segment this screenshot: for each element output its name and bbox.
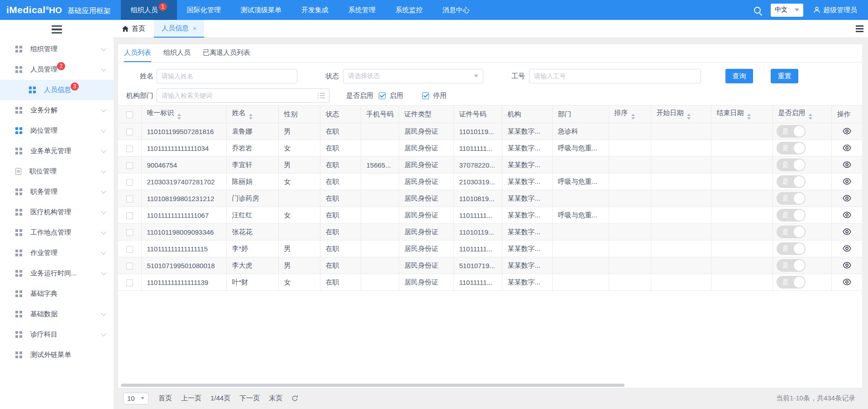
select-all-checkbox[interactable] bbox=[126, 111, 133, 118]
horizontal-scrollbar[interactable] bbox=[121, 384, 625, 387]
view-eye-icon[interactable] bbox=[843, 178, 851, 186]
enabled-toggle[interactable]: 是 bbox=[777, 175, 806, 188]
sidebar-item[interactable]: 作业管理 bbox=[0, 243, 114, 263]
list-picker-icon[interactable] bbox=[318, 93, 325, 99]
enabled-toggle[interactable]: 是 bbox=[777, 242, 806, 255]
top-menu-item[interactable]: 国际化管理 bbox=[177, 0, 231, 20]
enabled-toggle[interactable]: 是 bbox=[777, 159, 806, 171]
sort-icon[interactable] bbox=[747, 114, 751, 120]
search-button[interactable]: 查询 bbox=[725, 69, 753, 83]
status-select[interactable]: 请选择状态 bbox=[343, 69, 483, 83]
view-eye-icon[interactable] bbox=[843, 195, 851, 203]
user-menu[interactable]: 超级管理员 bbox=[813, 6, 857, 14]
cell-action bbox=[831, 207, 862, 224]
row-checkbox[interactable] bbox=[126, 129, 133, 135]
reset-button[interactable]: 重置 bbox=[771, 69, 798, 83]
table-row[interactable]: 110111111111111067 汪红红 女 在职 居民身份证 110111… bbox=[118, 207, 862, 224]
row-checkbox[interactable] bbox=[126, 263, 133, 269]
view-eye-icon[interactable] bbox=[843, 279, 851, 287]
sidebar-item[interactable]: 岗位管理 bbox=[0, 120, 114, 141]
sidebar-item[interactable]: 测试外链菜单 bbox=[0, 345, 114, 365]
search-icon[interactable] bbox=[754, 7, 761, 14]
row-checkbox[interactable] bbox=[126, 145, 133, 152]
row-checkbox[interactable] bbox=[126, 212, 133, 219]
sidebar-item[interactable]: 职位管理 bbox=[0, 161, 114, 182]
top-menu-item[interactable]: 测试顶级菜单 bbox=[231, 0, 291, 20]
tab-options-icon[interactable] bbox=[856, 25, 863, 32]
sidebar-item[interactable]: 职务管理 bbox=[0, 182, 114, 202]
row-checkbox[interactable] bbox=[126, 279, 133, 286]
table-row[interactable]: 90046754 李宜轩 男 在职 15665... 居民身份证 3707822… bbox=[118, 157, 862, 173]
view-eye-icon[interactable] bbox=[843, 144, 851, 153]
tab-home[interactable]: 首页 bbox=[114, 20, 154, 38]
refresh-icon[interactable] bbox=[291, 395, 298, 402]
first-page-button[interactable]: 首页 bbox=[158, 394, 172, 403]
sort-icon[interactable] bbox=[809, 114, 812, 120]
sidebar-item[interactable]: 人员信息 3 bbox=[0, 80, 114, 100]
enabled-toggle[interactable]: 是 bbox=[777, 192, 806, 205]
toggle-knob bbox=[794, 193, 805, 204]
close-icon[interactable]: × bbox=[193, 25, 196, 32]
enabled-toggle[interactable]: 是 bbox=[777, 125, 806, 138]
view-eye-icon[interactable] bbox=[843, 262, 851, 270]
empno-input[interactable] bbox=[529, 69, 701, 83]
enabled-off-checkbox[interactable] bbox=[422, 92, 429, 99]
view-eye-icon[interactable] bbox=[843, 161, 851, 169]
sort-icon[interactable] bbox=[249, 114, 253, 120]
row-checkbox[interactable] bbox=[126, 246, 133, 253]
table-row[interactable]: 510107199501080018 李大虎 男 在职 居民身份证 510107… bbox=[118, 257, 862, 274]
top-menu-item[interactable]: 系统管理 bbox=[339, 0, 386, 20]
table-row[interactable]: 110101199507281816 袁鲁娜 男 在职 居民身份证 110101… bbox=[118, 123, 862, 140]
sidebar-item[interactable]: 组织管理 bbox=[0, 39, 114, 59]
table-row[interactable]: 110111111111111139 叶*财 女 在职 居民身份证 110111… bbox=[118, 274, 862, 291]
enabled-toggle[interactable]: 是 bbox=[777, 142, 806, 154]
enabled-toggle[interactable]: 是 bbox=[777, 276, 806, 289]
sidebar-item[interactable]: 基础字典 bbox=[0, 284, 114, 304]
sort-icon[interactable] bbox=[631, 114, 635, 120]
sidebar-collapse-button[interactable] bbox=[0, 20, 114, 39]
enabled-on-checkbox[interactable] bbox=[379, 92, 386, 99]
panel-tab[interactable]: 人员列表 bbox=[124, 44, 151, 62]
language-select[interactable]: 中文 bbox=[771, 4, 803, 17]
page-size-select[interactable]: 10 bbox=[123, 393, 148, 404]
name-input[interactable] bbox=[157, 69, 297, 83]
table-row[interactable]: 110101198009093346 张花花 在职 居民身份证 11010119… bbox=[118, 224, 862, 241]
row-checkbox[interactable] bbox=[126, 196, 133, 202]
enabled-toggle[interactable]: 是 bbox=[777, 226, 806, 238]
last-page-button[interactable]: 末页 bbox=[269, 394, 282, 403]
row-checkbox[interactable] bbox=[126, 179, 133, 186]
sidebar-item[interactable]: 医疗机构管理 bbox=[0, 202, 114, 222]
table-row[interactable]: 110108199801231212 门诊药房 在职 居民身份证 1101081… bbox=[118, 190, 862, 207]
enabled-toggle[interactable]: 是 bbox=[777, 209, 806, 221]
view-eye-icon[interactable] bbox=[843, 212, 851, 220]
next-page-button[interactable]: 下一页 bbox=[239, 394, 260, 403]
grid-icon bbox=[15, 351, 22, 358]
panel-tab[interactable]: 已离退人员列表 bbox=[203, 44, 250, 62]
table-row[interactable]: 110111111111111115 李*婷 男 在职 居民身份证 110111… bbox=[118, 241, 862, 257]
sidebar-item[interactable]: 业务单元管理 bbox=[0, 141, 114, 161]
top-menu-item[interactable]: 消息中心 bbox=[433, 0, 480, 20]
sort-icon[interactable] bbox=[687, 114, 691, 120]
sidebar-item[interactable]: 人员管理 2 bbox=[0, 59, 114, 80]
top-menu-item[interactable]: 开发集成 bbox=[291, 0, 339, 20]
prev-page-button[interactable]: 上一页 bbox=[181, 394, 201, 403]
org-input[interactable] bbox=[157, 88, 329, 103]
table-row[interactable]: 110111111111111034 乔岩岩 女 在职 居民身份证 110111… bbox=[118, 140, 862, 157]
enabled-toggle[interactable]: 是 bbox=[777, 259, 806, 272]
sort-icon[interactable] bbox=[177, 114, 181, 120]
panel-tab[interactable]: 组织人员 bbox=[163, 44, 191, 62]
view-eye-icon[interactable] bbox=[843, 228, 851, 236]
top-menu-item[interactable]: 组织人员 1 bbox=[121, 0, 177, 20]
row-checkbox[interactable] bbox=[126, 229, 133, 236]
top-menu-item[interactable]: 系统监控 bbox=[386, 0, 433, 20]
sidebar-item[interactable]: 工作地点管理 bbox=[0, 222, 114, 243]
sidebar-item[interactable]: 业务运行时间... bbox=[0, 263, 114, 284]
view-eye-icon[interactable] bbox=[843, 128, 851, 136]
tab-active[interactable]: 人员信息 × bbox=[154, 20, 204, 38]
sidebar-item[interactable]: 诊疗科目 bbox=[0, 324, 114, 345]
sidebar-item[interactable]: 基础数据 bbox=[0, 304, 114, 324]
view-eye-icon[interactable] bbox=[843, 245, 851, 253]
sidebar-item[interactable]: 业务分解 bbox=[0, 100, 114, 120]
table-row[interactable]: 210303197407281702 陈丽娟 女 在职 居民身份证 210303… bbox=[118, 173, 862, 190]
row-checkbox[interactable] bbox=[126, 162, 133, 169]
